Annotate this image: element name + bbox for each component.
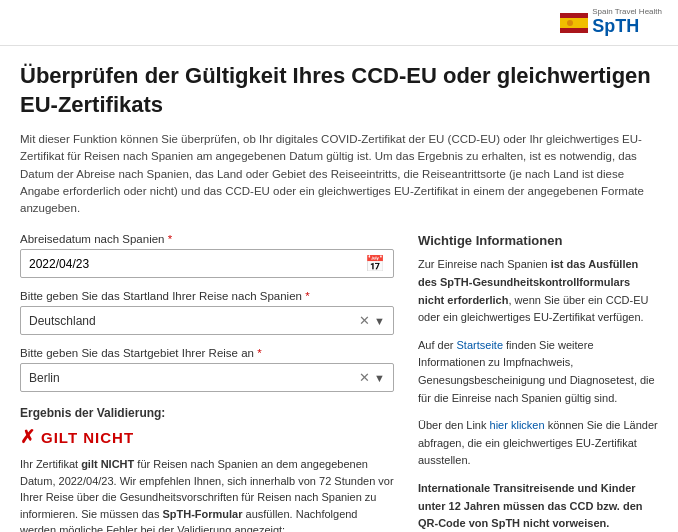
region-required-mark: * [254,347,262,359]
date-label-text: Abreisedatum nach Spanien [20,233,165,245]
date-input[interactable] [21,251,357,277]
region-label-text: Bitte geben Sie das Startgebiet Ihrer Re… [20,347,254,359]
region-label: Bitte geben Sie das Startgebiet Ihrer Re… [20,347,394,359]
x-mark-icon: ✗ [20,426,35,448]
calendar-icon: 📅 [357,250,393,277]
intro-paragraph: Mit dieser Funktion können Sie überprüfe… [20,131,658,217]
region-clear-icon[interactable]: ✕ [359,370,370,385]
right-column: Wichtige Informationen Zur Einreise nach… [418,233,658,532]
important-title: Wichtige Informationen [418,233,658,248]
date-field-group: Abreisedatum nach Spanien * 📅 [20,233,394,278]
date-required-mark: * [165,233,173,245]
region-select-controls[interactable]: ✕ ▼ [359,370,385,385]
validation-section: Ergebnis der Validierung: ✗ GILT NICHT I… [20,406,394,532]
left-column: Abreisedatum nach Spanien * 📅 Bitte gebe… [20,233,394,532]
spain-flag-icon [560,13,588,33]
validation-title: Ergebnis der Validierung: [20,406,394,420]
date-label: Abreisedatum nach Spanien * [20,233,394,245]
country-label: Bitte geben Sie das Startland Ihrer Reis… [20,290,394,302]
country-label-text: Bitte geben Sie das Startland Ihrer Reis… [20,290,302,302]
svg-rect-1 [560,18,588,28]
country-required-mark: * [302,290,310,302]
important-para-3: Über den Link hier klicken können Sie di… [418,417,658,470]
header: Spain Travel Health SpTH [0,0,678,46]
country-field-group: Bitte geben Sie das Startland Ihrer Reis… [20,290,394,335]
page-wrapper: Spain Travel Health SpTH Überprüfen der … [0,0,678,532]
important-para-4: Internationale Transitreisende und Kinde… [418,480,658,532]
country-select-controls[interactable]: ✕ ▼ [359,313,385,328]
validation-bold-2: SpTH-Formular [162,508,242,520]
validation-description: Ihr Zertifikat gilt NICHT für Reisen nac… [20,456,394,532]
main-content: Überprüfen der Gültigkeit Ihres CCD-EU o… [0,46,678,532]
date-input-wrapper[interactable]: 📅 [20,249,394,278]
logo-subtitle: Spain Travel Health [592,8,662,16]
validation-bold-1: gilt NICHT [81,458,134,470]
logo: Spain Travel Health SpTH [560,8,662,37]
gilt-nicht-row: ✗ GILT NICHT [20,426,394,448]
columns-layout: Abreisedatum nach Spanien * 📅 Bitte gebe… [20,233,658,532]
region-value: Berlin [29,371,359,385]
country-clear-icon[interactable]: ✕ [359,313,370,328]
important-para-2: Auf der Startseite finden Sie weitere In… [418,337,658,407]
region-select[interactable]: Berlin ✕ ▼ [20,363,394,392]
gilt-nicht-text: GILT NICHT [41,429,134,446]
startseite-link[interactable]: Startseite [457,339,503,351]
logo-brand: SpTH [592,16,639,36]
svg-point-2 [567,20,573,26]
region-field-group: Bitte geben Sie das Startgebiet Ihrer Re… [20,347,394,392]
country-value: Deutschland [29,314,359,328]
country-select[interactable]: Deutschland ✕ ▼ [20,306,394,335]
logo-text-block: Spain Travel Health SpTH [592,8,662,37]
hier-klicken-link[interactable]: hier klicken [490,419,545,431]
country-chevron-icon[interactable]: ▼ [374,315,385,327]
important-para-1: Zur Einreise nach Spanien ist das Ausfül… [418,256,658,326]
page-title: Überprüfen der Gültigkeit Ihres CCD-EU o… [20,62,658,119]
region-chevron-icon[interactable]: ▼ [374,372,385,384]
